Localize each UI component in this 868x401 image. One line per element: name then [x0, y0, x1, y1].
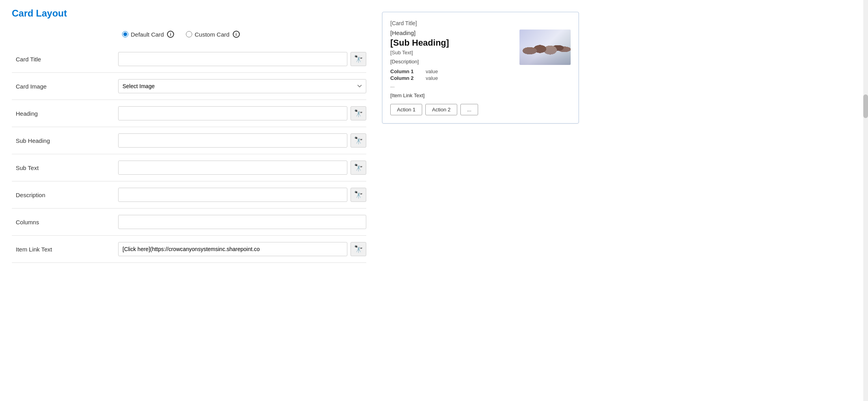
item-link-text-browse-button[interactable]: 🔭	[351, 242, 366, 256]
default-card-info-icon[interactable]: i	[167, 31, 174, 38]
description-controls: 🔭	[118, 188, 366, 202]
sub-text-row: Sub Text 🔭	[12, 154, 366, 181]
preview-columns: Column 1 value Column 2 value	[390, 68, 513, 81]
scrollbar[interactable]	[863, 0, 868, 271]
sub-text-browse-button[interactable]: 🔭	[351, 161, 366, 175]
card-image-select[interactable]: Select Image	[118, 79, 366, 93]
custom-card-label[interactable]: Custom Card	[195, 31, 229, 38]
preview-action1-button[interactable]: Action 1	[390, 104, 422, 115]
preview-section: [Card Title] [Heading] [Sub Heading] [Su…	[382, 8, 856, 263]
sub-heading-label: Sub Heading	[12, 137, 118, 144]
preview-col2-label: Column 2	[390, 75, 418, 81]
default-card-option[interactable]: Default Card i	[122, 31, 174, 38]
heading-label: Heading	[12, 110, 118, 117]
sub-text-input[interactable]	[118, 161, 347, 175]
sub-text-label: Sub Text	[12, 164, 118, 171]
card-title-browse-button[interactable]: 🔭	[351, 52, 366, 66]
card-image-label: Card Image	[12, 83, 118, 90]
preview-item-link-text: [Item Link Text]	[390, 92, 513, 98]
preview-card: [Card Title] [Heading] [Sub Heading] [Su…	[382, 12, 579, 124]
custom-card-option[interactable]: Custom Card i	[186, 31, 239, 38]
preview-action2-button[interactable]: Action 2	[425, 104, 457, 115]
description-label: Description	[12, 192, 118, 198]
preview-sub-text: [Sub Text]	[390, 50, 513, 55]
preview-image	[519, 30, 571, 65]
form-section: Card Layout Default Card i Custom Card i…	[12, 8, 366, 263]
heading-row: Heading 🔭	[12, 100, 366, 127]
heading-controls: 🔭	[118, 106, 366, 120]
scrollbar-thumb[interactable]	[863, 94, 868, 118]
card-title-label: Card Title	[12, 56, 118, 63]
description-browse-button[interactable]: 🔭	[351, 188, 366, 202]
card-image-row: Card Image Select Image	[12, 73, 366, 100]
card-image-controls: Select Image	[118, 79, 366, 93]
card-title-input[interactable]	[118, 52, 347, 66]
item-link-text-label: Item Link Text	[12, 246, 118, 253]
heading-browse-button[interactable]: 🔭	[351, 106, 366, 120]
preview-actions: Action 1 Action 2 ...	[390, 104, 513, 115]
item-link-text-controls: 🔭	[118, 242, 366, 256]
preview-col2-row: Column 2 value	[390, 75, 513, 81]
columns-label: Columns	[12, 219, 118, 225]
description-input[interactable]	[118, 188, 347, 202]
preview-col1-label: Column 1	[390, 68, 418, 74]
columns-input[interactable]	[118, 215, 366, 229]
columns-controls	[118, 215, 366, 229]
custom-card-info-icon[interactable]: i	[233, 31, 240, 38]
preview-col1-value: value	[426, 68, 438, 74]
sub-text-controls: 🔭	[118, 161, 366, 175]
preview-action3-button[interactable]: ...	[460, 104, 478, 115]
preview-col1-row: Column 1 value	[390, 68, 513, 74]
sub-heading-row: Sub Heading 🔭	[12, 127, 366, 154]
preview-card-content: [Heading] [Sub Heading] [Sub Text] [Desc…	[390, 30, 513, 115]
columns-row: Columns	[12, 209, 366, 236]
card-title-row: Card Title 🔭	[12, 46, 366, 73]
heading-input[interactable]	[118, 106, 347, 120]
preview-heading: [Heading]	[390, 30, 513, 36]
card-title-controls: 🔭	[118, 52, 366, 66]
preview-sub-heading: [Sub Heading]	[390, 38, 513, 48]
default-card-label[interactable]: Default Card	[131, 31, 164, 38]
description-row: Description 🔭	[12, 181, 366, 209]
preview-description: [Description]	[390, 59, 513, 65]
item-link-text-input[interactable]	[118, 242, 347, 256]
item-link-text-row: Item Link Text 🔭	[12, 236, 366, 263]
default-card-radio[interactable]	[122, 31, 128, 37]
preview-card-title: [Card Title]	[390, 20, 571, 26]
sub-heading-input[interactable]	[118, 133, 347, 148]
custom-card-radio[interactable]	[186, 31, 192, 37]
page-title: Card Layout	[12, 8, 366, 19]
sub-heading-browse-button[interactable]: 🔭	[351, 133, 366, 148]
card-type-radio-group: Default Card i Custom Card i	[12, 31, 366, 38]
preview-card-inner: [Heading] [Sub Heading] [Sub Text] [Desc…	[390, 30, 571, 115]
sub-heading-controls: 🔭	[118, 133, 366, 148]
preview-col2-value: value	[426, 75, 438, 81]
meeting-image-graphic	[519, 30, 571, 65]
preview-ellipsis: ...	[390, 83, 513, 89]
